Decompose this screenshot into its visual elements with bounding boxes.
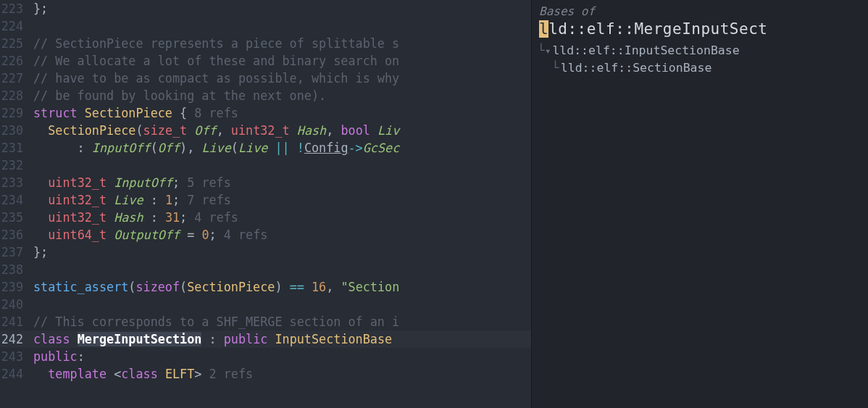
line-number: 237 xyxy=(0,243,33,261)
line-number: 236 xyxy=(0,226,33,243)
line-number: 226 xyxy=(0,52,33,70)
code-line[interactable]: 239static_assert(sizeof(SectionPiece) ==… xyxy=(0,278,531,296)
code-editor[interactable]: 223};224225// SectionPiece represents a … xyxy=(0,0,531,408)
panel-title: Bases of xyxy=(538,3,862,20)
line-number: 243 xyxy=(0,348,33,365)
line-number: 232 xyxy=(0,157,33,174)
line-number: 229 xyxy=(0,104,33,122)
type-hierarchy-panel: Bases of lld::elf::MergeInputSect └▾lld:… xyxy=(531,0,868,408)
code-line[interactable]: 232 xyxy=(0,157,531,174)
line-number: 244 xyxy=(0,365,33,383)
code-line[interactable]: 227// have to be as compact as possible,… xyxy=(0,70,531,87)
line-number: 223 xyxy=(0,0,33,17)
expand-arrow-icon[interactable]: ▾ xyxy=(545,42,551,59)
hierarchy-item[interactable]: └lld::elf::SectionBase xyxy=(538,59,862,77)
line-number: 224 xyxy=(0,17,33,35)
line-number: 239 xyxy=(0,278,33,296)
code-line[interactable]: 228// be found by looking at the next on… xyxy=(0,87,531,104)
line-number: 233 xyxy=(0,174,33,191)
line-number: 235 xyxy=(0,209,33,226)
cursor-block: l xyxy=(539,20,548,38)
line-number: 227 xyxy=(0,70,33,87)
code-line[interactable]: 236 uint64_t OutputOff = 0; 4 refs xyxy=(0,226,531,243)
panel-main-type: lld::elf::MergeInputSect xyxy=(538,20,862,42)
code-line[interactable]: 225// SectionPiece represents a piece of… xyxy=(0,35,531,52)
code-line[interactable]: 243public: xyxy=(0,348,531,365)
line-number: 241 xyxy=(0,313,33,330)
code-line[interactable]: 244 template <class ELFT> 2 refs xyxy=(0,365,531,383)
code-line[interactable]: 234 uint32_t Live : 1; 7 refs xyxy=(0,191,531,209)
code-line[interactable]: 231 : InputOff(Off), Live(Live || !Confi… xyxy=(0,139,531,157)
line-number: 225 xyxy=(0,35,33,52)
line-number: 240 xyxy=(0,296,33,313)
hierarchy-tree: └▾lld::elf::InputSectionBase └lld::elf::… xyxy=(538,42,862,77)
line-number: 228 xyxy=(0,87,33,104)
line-number: 242 xyxy=(0,330,33,348)
code-line[interactable]: 233 uint32_t InputOff; 5 refs xyxy=(0,174,531,191)
code-line[interactable]: 230 SectionPiece(size_t Off, uint32_t Ha… xyxy=(0,122,531,139)
line-number: 231 xyxy=(0,139,33,157)
code-line[interactable]: 226// We allocate a lot of these and bin… xyxy=(0,52,531,70)
code-line[interactable]: 229struct SectionPiece { 8 refs xyxy=(0,104,531,122)
code-line[interactable]: 237}; xyxy=(0,243,531,261)
code-line[interactable]: 223}; xyxy=(0,0,531,17)
code-line[interactable]: 224 xyxy=(0,17,531,35)
code-line[interactable]: 241// This corresponds to a SHF_MERGE se… xyxy=(0,313,531,330)
code-line[interactable]: 238 xyxy=(0,261,531,278)
code-line[interactable]: 235 uint32_t Hash : 31; 4 refs xyxy=(0,209,531,226)
code-line[interactable]: 242class MergeInputSection : public Inpu… xyxy=(0,330,531,348)
hierarchy-item[interactable]: └▾lld::elf::InputSectionBase xyxy=(538,42,862,59)
line-number: 230 xyxy=(0,122,33,139)
code-line[interactable]: 240 xyxy=(0,296,531,313)
line-number: 234 xyxy=(0,191,33,209)
line-number: 238 xyxy=(0,261,33,278)
